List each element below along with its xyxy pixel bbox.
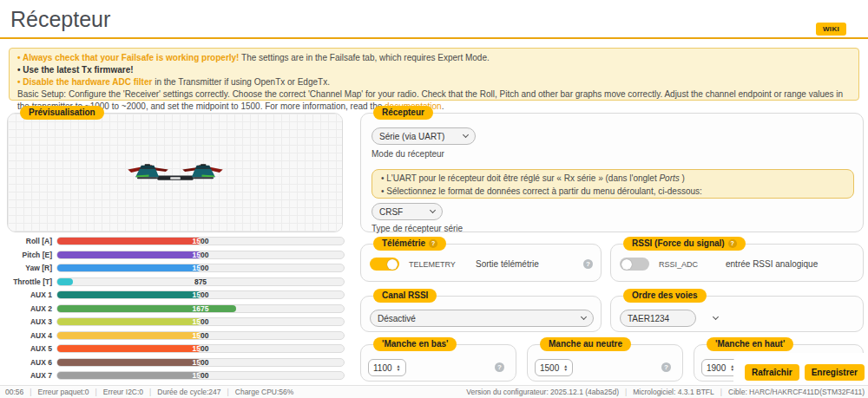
help-icon[interactable]: ? [728, 239, 737, 248]
note-text: ) [680, 173, 685, 183]
channel-row-pitch-e: Pitch [E]15001500 [7, 251, 345, 259]
note-text: Ports [659, 173, 679, 183]
telemetry-toggle[interactable] [370, 258, 399, 271]
note-text: • L'UART pour le récepteur doit être rég… [381, 173, 659, 183]
status-item: Charge CPU:56% [235, 388, 294, 396]
note-line: • Use the latest Tx firmware! [17, 64, 851, 76]
note-text: Use the latest Tx firmware! [23, 65, 133, 75]
stick-center-badge: Manche au neutre [540, 337, 631, 351]
status-item: Erreur paquet:0 [38, 388, 89, 396]
channel-fill: 1500 [57, 332, 201, 339]
channel-fill: 1500 [57, 372, 201, 379]
channel-meter: 15001500 [56, 251, 345, 259]
channel-map-panel: Ordre des voies TAER1234 [610, 296, 864, 332]
toggle-knob [387, 259, 398, 270]
page-title: Récepteur [10, 7, 110, 32]
status-item: Micrologiciel: 4.3.1 BTFL [633, 388, 714, 396]
channel-row-aux-3: AUX 315001500 [7, 317, 345, 326]
help-icon[interactable]: ? [661, 362, 671, 372]
top-note: • Always check that your Failsafe is wor… [9, 48, 859, 101]
note-line: • L'UART pour le récepteur doit être rég… [381, 173, 845, 186]
status-separator: | [95, 388, 97, 396]
channel-fill: 1500 [57, 251, 201, 258]
channel-meter: 15001500 [56, 358, 345, 367]
note-text: in the Transmitter if using OpenTx or Ed… [152, 77, 330, 87]
model-preview-grid[interactable] [8, 114, 342, 232]
channel-label: AUX 5 [7, 344, 52, 353]
channel-meter: 15001500 [56, 371, 345, 380]
receiver-panel: Récepteur Série (via UART) Mode du récep… [360, 113, 864, 232]
toggle-knob [621, 259, 632, 270]
channel-label: AUX 6 [7, 358, 52, 367]
channel-label: Throttle [T] [7, 277, 52, 286]
channel-meter: 15001500 [56, 290, 345, 299]
channel-label: AUX 7 [7, 371, 52, 380]
channel-meter: 875875 [56, 277, 345, 286]
help-icon[interactable]: ? [429, 239, 437, 248]
channel-label: AUX 2 [7, 304, 52, 313]
chevron-down-icon [463, 132, 469, 138]
receiver-badge: Récepteur [373, 106, 433, 120]
note-line: • Always check that your Failsafe is wor… [17, 52, 851, 64]
channel-row-throttle-t: Throttle [T]875875 [7, 277, 345, 286]
channel-meter: 15001500 [56, 331, 345, 340]
channel-map-input[interactable]: TAER1234 [620, 310, 696, 327]
channel-row-yaw-r: Yaw [R]15001500 [7, 264, 345, 272]
status-item: Erreur I2C:0 [103, 388, 143, 396]
stick-low-input[interactable]: 1100 ▲▼ [368, 359, 406, 376]
channel-value-overlay: 1500 [57, 372, 201, 379]
stepper-arrows-icon[interactable]: ▲▼ [397, 364, 401, 371]
channel-value-overlay: 1500 [57, 264, 201, 271]
channel-label: Pitch [E] [7, 251, 52, 259]
rssi-channel-select[interactable]: Désactivé [370, 310, 594, 327]
receiver-mode-select[interactable]: Série (via UART) [372, 127, 476, 145]
stick-low-panel: 'Manche en bas' 1100 ▲▼ ? [360, 344, 516, 382]
channel-value-overlay: 875 [57, 278, 73, 285]
channel-value-overlay: 1675 [57, 305, 236, 312]
channel-fill: 1500 [57, 359, 201, 366]
rssi-badge: RSSI (Force du signal) ? [623, 237, 746, 251]
rssi-channel-badge: Canal RSSI [373, 289, 437, 303]
wiki-button[interactable]: WIKI [816, 23, 846, 36]
status-separator: | [720, 388, 722, 396]
channel-label: AUX 1 [7, 290, 52, 299]
stepper-arrows-icon[interactable]: ▲▼ [563, 364, 568, 371]
rssi-panel: RSSI (Force du signal) ? RSSI_ADC entrée… [610, 244, 864, 282]
rssi-desc: entrée RSSI analogique [726, 259, 818, 269]
rssi-switch-label: RSSI_ADC [659, 260, 698, 269]
channel-bars: Roll [A]15001500Pitch [E]15001500Yaw [R]… [7, 237, 345, 385]
channel-value-overlay: 1500 [57, 318, 201, 325]
channel-row-aux-2: AUX 216751675 [7, 304, 345, 313]
status-separator: | [625, 388, 627, 396]
note-line: • Sélectionnez le format de données corr… [381, 186, 845, 199]
status-item: Durée de cycle:247 [157, 388, 220, 396]
telemetry-panel: Télémétrie ? TELEMETRY Sortie télémétrie… [360, 244, 602, 282]
channel-value-overlay: 1500 [57, 238, 201, 245]
serial-provider-label: Type de récepteur série [372, 224, 463, 233]
stick-center-input[interactable]: 1500 ▲▼ [535, 359, 573, 376]
channel-fill: 1500 [57, 318, 201, 325]
quadcopter-preview-image [127, 160, 224, 186]
note-text: The settings are in the Failsafe tab, wh… [239, 53, 489, 62]
note-text: Always check that your Failsafe is worki… [23, 53, 240, 62]
receiver-mode-label: Mode du récepteur [372, 149, 444, 159]
channel-value-overlay: 1500 [57, 359, 201, 366]
serial-provider-select[interactable]: CRSF [372, 203, 443, 220]
save-toolbar: Rafraîchir Enregistrer [733, 353, 868, 385]
rssi-adc-toggle[interactable] [620, 258, 649, 271]
chevron-down-icon [712, 314, 718, 320]
channel-fill: 1675 [57, 305, 236, 312]
channel-fill: 1500 [57, 345, 201, 352]
channel-meter: 15001500 [56, 344, 345, 353]
chevron-down-icon [430, 207, 436, 213]
refresh-button[interactable]: Rafraîchir [745, 364, 799, 381]
stick-low-badge: 'Manche en bas' [373, 337, 457, 351]
help-icon[interactable]: ? [583, 259, 593, 269]
status-separator: | [227, 388, 229, 396]
save-button[interactable]: Enregistrer [805, 364, 865, 381]
note-text: Disable the hardware ADC filter [23, 77, 152, 87]
channel-value-overlay: 1500 [57, 291, 201, 298]
channel-label: AUX 4 [7, 331, 52, 340]
channel-map-preset-select[interactable] [705, 310, 726, 327]
help-icon[interactable]: ? [495, 362, 504, 372]
